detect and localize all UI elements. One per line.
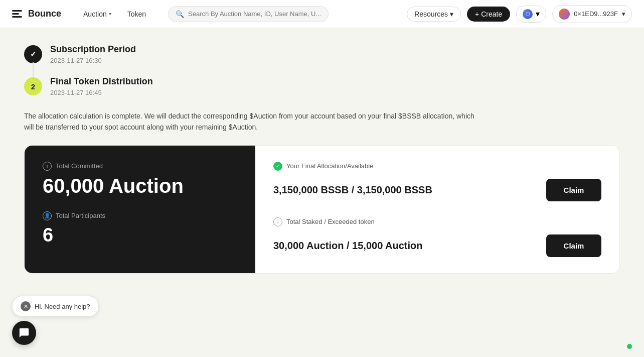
brand-logo[interactable]: Bounce [12,8,61,20]
claim-button-2[interactable]: Claim [546,234,601,257]
chat-bubble: ✕ Hi. Need any help? [12,296,99,317]
nav-auction[interactable]: Auction ▾ [77,7,117,21]
step-1-info: Subscription Period 2023-11-27 16:30 [50,44,136,64]
participants-icon: 👤 [43,211,52,220]
total-staked-value: 30,000 Auction / 15,000 Auction [273,240,538,252]
step-1-date: 2023-11-27 16:30 [50,57,136,64]
eth-network-selector[interactable]: ⬡ ▾ [516,6,546,23]
search-input[interactable] [188,10,321,18]
nav-token[interactable]: Token [121,7,152,21]
claim-button-1[interactable]: Claim [546,179,601,201]
card-left-panel: i Total Committed 60,000 Auction 👤 Total… [25,146,255,273]
wallet-button[interactable]: 0×1ED9...923F ▾ [552,5,632,23]
chat-fab-icon [19,327,30,338]
wallet-address: 0×1ED9...923F [574,10,618,18]
step-2-info: Final Token Distribution 2023-11-27 16:4… [50,76,153,96]
timeline-step-2: 2 Final Token Distribution 2023-11-27 16… [24,76,620,96]
total-committed-label: i Total Committed [43,162,237,171]
step-2-circle: 2 [24,77,42,95]
navbar-right: Resources ▾ + Create ⬡ ▾ 0×1ED9...923F ▾ [407,5,632,23]
total-committed-section: i Total Committed 60,000 Auction [43,162,237,197]
total-committed-value: 60,000 Auction [43,175,237,197]
allocation-card: i Total Committed 60,000 Auction 👤 Total… [24,145,620,274]
wallet-chevron-icon: ▾ [622,10,625,18]
final-allocation-value: 3,150,000 BSSB / 3,150,000 BSSB [273,184,538,196]
chat-close-button[interactable]: ✕ [21,301,31,311]
navbar: Bounce Auction ▾ Token 🔍 Resources ▾ + C… [0,0,644,28]
auction-chevron-icon: ▾ [109,11,111,17]
search-icon: 🔍 [176,10,184,18]
step-2-date: 2023-11-27 16:45 [50,89,153,96]
step-1-circle: ✓ [24,45,42,63]
chat-message: Hi. Need any help? [35,303,90,310]
final-allocation-row: 3,150,000 BSSB / 3,150,000 BSSB Claim [273,179,601,201]
resources-button[interactable]: Resources ▾ [407,7,461,22]
brand-name: Bounce [28,9,61,19]
total-participants-label: 👤 Total Participants [43,211,237,220]
step-1-check-icon: ✓ [30,50,37,59]
brand-icon [12,8,24,20]
search-bar[interactable]: 🔍 [168,6,329,22]
create-button[interactable]: + Create [467,7,510,22]
chat-fab-button[interactable] [12,321,36,345]
description-text: The allocation calculation is complete. … [24,110,475,133]
status-dot [627,344,632,349]
timeline-step-1: ✓ Subscription Period 2023-11-27 16:30 [24,44,620,64]
resources-chevron-icon: ▾ [450,10,453,18]
final-allocation-label: ✓ Your Final Allocation/Available [273,162,601,171]
final-allocation-section: ✓ Your Final Allocation/Available 3,150,… [273,162,601,201]
nav-links: Auction ▾ Token [77,7,152,21]
wallet-avatar [559,9,570,20]
total-participants-section: 👤 Total Participants 6 [43,211,237,246]
total-participants-value: 6 [43,224,237,246]
eth-icon: ⬡ [523,9,533,19]
chat-widget: ✕ Hi. Need any help? [12,296,99,345]
total-committed-icon: i [43,162,52,171]
step-2-title: Final Token Distribution [50,76,153,87]
card-right-panel: ✓ Your Final Allocation/Available 3,150,… [255,146,619,273]
timeline: ✓ Subscription Period 2023-11-27 16:30 2… [24,44,620,96]
final-allocation-check-icon: ✓ [273,162,282,171]
total-staked-info-icon: i [273,217,282,226]
main-content: ✓ Subscription Period 2023-11-27 16:30 2… [0,28,644,357]
step-1-title: Subscription Period [50,44,136,55]
eth-chevron-icon: ▾ [536,9,540,19]
total-staked-row: 30,000 Auction / 15,000 Auction Claim [273,234,601,257]
total-staked-section: i Total Staked / Exceeded token 30,000 A… [273,217,601,257]
total-staked-label: i Total Staked / Exceeded token [273,217,601,226]
